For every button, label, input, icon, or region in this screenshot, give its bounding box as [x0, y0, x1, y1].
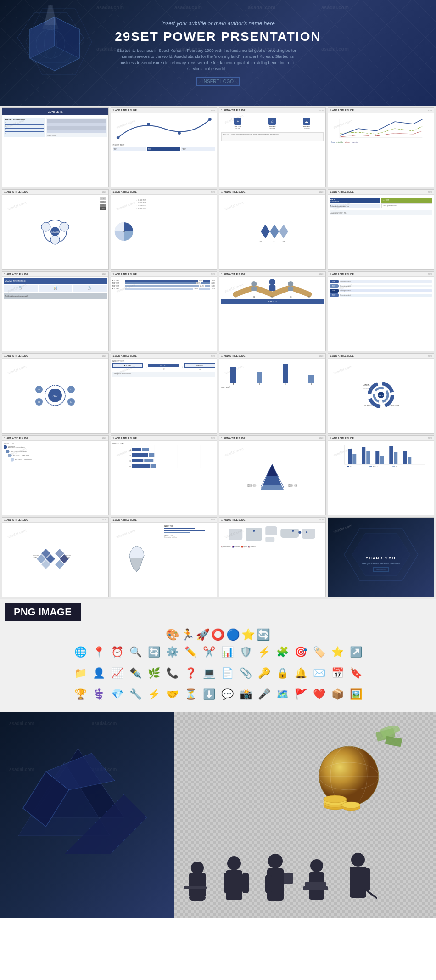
slide-8[interactable]: 1. ADD A TITLE SLIDE 2020 ASADALINTERNET…: [328, 189, 435, 269]
bottom-left-panel: asadal.com asadal.com asadal.com asadal.…: [0, 712, 174, 918]
svg-point-156: [351, 853, 365, 867]
icon-hourglass: ⏳: [182, 686, 199, 703]
slide-11[interactable]: 1. ADD A TITLE SLIDE 2020: [219, 271, 326, 351]
slide-15[interactable]: 1. ADD A TITLE SLIDE 2020 A B C: [219, 353, 326, 433]
slide-7[interactable]: 1. ADD A TITLE SLIDE 2020 01 02 03 asada…: [219, 189, 326, 269]
svg-rect-129: [385, 736, 402, 747]
bw-icons-row-1: 🌐 📍 ⏰ 🔍 🔄 ⚙️ ✏️ ✂️ 📊 🛡️ ⚡ 🧩 🎯 🏷️ ⭐ ↗️: [5, 644, 431, 660]
slide-20[interactable]: 1. ADD A TITLE SLIDE 2020: [328, 435, 435, 515]
slide-21[interactable]: 1. ADD A TITLE SLIDE 2020 INSERT TEXT IN: [2, 517, 109, 597]
icon-lock: 🔒: [274, 665, 291, 681]
hero-desc: Started its business in Seoul Korea in F…: [115, 48, 298, 73]
icon-mail: ✉️: [311, 665, 327, 681]
svg-rect-71: [151, 464, 156, 468]
svg-point-18: [60, 222, 69, 231]
svg-text:A: A: [129, 449, 131, 451]
svg-point-10: [116, 136, 119, 139]
svg-text:ADD: ADD: [53, 394, 58, 397]
svg-text:ADD TEXT: ADD TEXT: [363, 405, 372, 407]
svg-rect-31: [251, 287, 257, 291]
bw-icons-row-3: 🏆 ⚕️ 💎 🔧 ⚡ 🤝 ⏳ ⬇️ 💬 📸 🎤 🗺️ 🚩 ❤️ 📦 🖼️: [5, 686, 431, 703]
slide-4[interactable]: 1. ADD A TITLE SLIDE 2020 ● Korea ● Aust…: [328, 107, 435, 187]
slide-16[interactable]: 1. ADD A TITLE SLIDE 2020 ASADAL ASADAL …: [328, 353, 435, 433]
svg-text:02: 02: [274, 240, 276, 242]
svg-rect-92: [347, 466, 349, 467]
icon-clock: ⏰: [109, 644, 125, 660]
slide-2[interactable]: 1. ADD A TITLE SLIDE 2020 INSERT TEXT TE…: [111, 107, 218, 187]
icon-chat: 💬: [219, 686, 235, 703]
svg-rect-94: [369, 466, 372, 467]
svg-rect-67: [149, 453, 154, 457]
svg-rect-151: [284, 873, 293, 884]
slide-24[interactable]: THANK YOU Insert your subtitle or main a…: [328, 517, 435, 597]
slide-22[interactable]: 1. ADD A TITLE SLIDE 2020 INSERT TEXT: [111, 517, 218, 597]
svg-text:D: D: [129, 465, 131, 467]
hero-insert-logo: INSERT LOGO: [196, 77, 240, 86]
icon-heart: ❤️: [311, 686, 327, 703]
icon-question: ❓: [182, 665, 199, 681]
svg-rect-155: [305, 882, 326, 890]
slide-19[interactable]: 1. ADD A TITLE SLIDE 2020 INSERT TEXT IN…: [219, 435, 326, 515]
svg-point-13: [208, 118, 212, 121]
icon-diamond: 💎: [109, 686, 125, 703]
svg-text:03: 03: [290, 296, 292, 298]
slide-17[interactable]: 1. ADD A TITLE SLIDE 2020 INSERT TEXT AD…: [2, 435, 109, 515]
hero-content: Insert your subtitle or main author's na…: [115, 20, 321, 86]
svg-rect-82: [348, 449, 352, 464]
globe-money-visual: [307, 726, 408, 827]
icon-computer: 💻: [201, 665, 217, 681]
slide-13[interactable]: 1. ADD A TITLE SLIDE 2020 ADD 01 02 03: [2, 353, 109, 433]
icon-lightning: ⚡: [256, 644, 272, 660]
svg-point-137: [324, 795, 347, 803]
hero-3d-shape: [9, 5, 92, 87]
slide-9[interactable]: 1. ADD A TITLE SLIDE 2020 ASADAL INTERNE…: [2, 271, 109, 351]
watermark-2: asadal.com: [174, 5, 202, 10]
bottom-3d-shapes: [9, 726, 147, 854]
svg-marker-77: [267, 464, 278, 476]
slide-12[interactable]: 1. ADD A TITLE SLIDE 2020 TEXT lorem ips…: [328, 271, 435, 351]
icon-map: 🗺️: [274, 686, 291, 703]
slide-6[interactable]: 1. ADD A TITLE SLIDE 2020 01: [111, 189, 218, 269]
icon-tag: 🏷️: [311, 644, 327, 660]
hero-title: 29SET POWER PRSENTATION: [115, 29, 321, 44]
silhouettes: [174, 827, 436, 918]
svg-rect-83: [352, 454, 356, 464]
watermark-3: asadal.com: [248, 5, 275, 10]
icon-key: 🔑: [256, 665, 272, 681]
icon-pin: 📍: [90, 644, 107, 660]
slide-18[interactable]: 1. ADD A TITLE SLIDE 2020 INSERT TEXT: [111, 435, 218, 515]
icon-calendar: 📅: [329, 665, 346, 681]
icon-bookmark: 🔖: [347, 665, 364, 681]
svg-marker-24: [261, 225, 270, 238]
icon-folder: 📁: [72, 665, 89, 681]
icon-globe: 🌐: [72, 644, 89, 660]
svg-text:01: 01: [38, 389, 40, 391]
svg-rect-90: [403, 451, 407, 464]
svg-point-34: [288, 281, 293, 287]
icon-mic: 🎤: [256, 686, 272, 703]
slide-23[interactable]: 1. ADD A TITLE SLIDE 2020: [219, 517, 326, 597]
svg-text:TEXT: TEXT: [33, 557, 38, 558]
slide-1[interactable]: CONTENTS ASADAL INTERNET INC. 01 02 03 0…: [2, 107, 109, 187]
svg-point-119: [306, 531, 307, 533]
icon-graph: 📈: [109, 665, 125, 681]
svg-marker-9: [42, 5, 59, 29]
svg-rect-89: [394, 452, 397, 464]
slide-3[interactable]: 1. ADD A TITLE SLIDE 2020 + ADD TEXT Tex…: [219, 107, 326, 187]
svg-text:04: 04: [70, 401, 73, 403]
svg-rect-110: [229, 529, 242, 540]
icon-scissors: ✂️: [201, 644, 217, 660]
svg-rect-114: [280, 529, 299, 538]
svg-rect-64: [132, 448, 141, 451]
slide-10[interactable]: 1. ADD A TITLE SLIDE 2020 ADD TEXT 30.0%…: [111, 271, 218, 351]
svg-rect-88: [389, 446, 393, 464]
thank-you-subtitle: Insert your subtitle or main author's na…: [357, 563, 404, 565]
icon-paperclip: 📎: [237, 665, 254, 681]
slide-14[interactable]: 1. ADD A TITLE SLIDE 2020 INSERT TEXT AD…: [111, 353, 218, 433]
svg-text:Click to: Click to: [350, 466, 354, 467]
svg-marker-26: [279, 225, 288, 238]
icon-phone: 📞: [164, 665, 180, 681]
icon-user: 👤: [90, 665, 107, 681]
slide-5[interactable]: 1. ADD A TITLE SLIDE 2020 INSERT 42% 80%…: [2, 189, 109, 269]
svg-rect-115: [302, 529, 315, 539]
